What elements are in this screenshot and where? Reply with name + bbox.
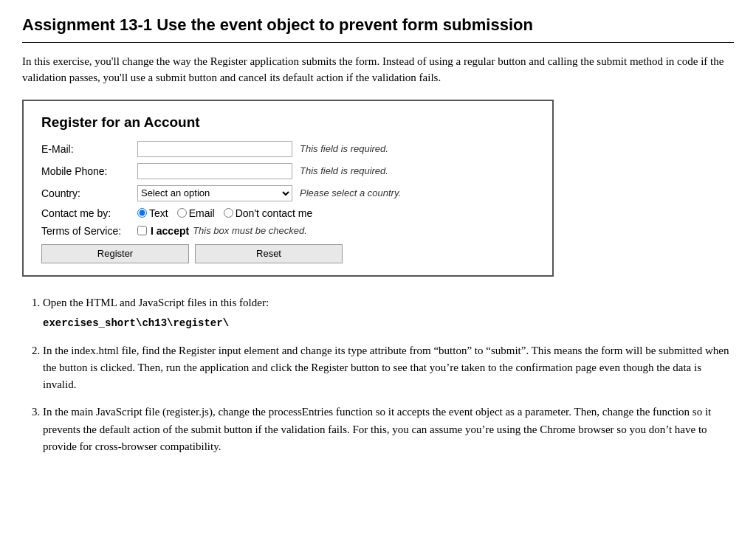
instructions-section: Open the HTML and JavaScript files in th…: [22, 294, 734, 455]
contact-email-label[interactable]: Email: [177, 207, 215, 219]
step1-text: Open the HTML and JavaScript files in th…: [43, 297, 269, 308]
tos-accept-text: I accept: [151, 225, 189, 237]
header-divider: [22, 42, 734, 43]
country-message: Please select a country.: [300, 187, 401, 198]
form-preview: Register for an Account E-Mail: This fie…: [22, 100, 554, 277]
intro-paragraph: In this exercise, you'll change the way …: [22, 53, 734, 86]
contact-text-radio[interactable]: [137, 208, 147, 218]
step-1: Open the HTML and JavaScript files in th…: [43, 294, 734, 332]
tos-message: This box must be checked.: [193, 225, 307, 236]
contact-none-text: Don't contact me: [236, 207, 313, 219]
phone-row: Mobile Phone: This field is required.: [41, 163, 535, 179]
phone-message: This field is required.: [300, 165, 388, 176]
step1-code: exercises_short\ch13\register\: [43, 316, 734, 332]
email-input[interactable]: [137, 141, 292, 157]
step2-text: In the index.html file, find the Registe…: [43, 345, 729, 391]
phone-label: Mobile Phone:: [41, 165, 137, 177]
contact-row: Contact me by: Text Email Don't contact …: [41, 207, 535, 219]
reset-button[interactable]: Reset: [195, 244, 343, 263]
contact-none-radio[interactable]: [224, 208, 233, 218]
contact-email-radio[interactable]: [177, 208, 187, 218]
contact-text-label[interactable]: Text: [137, 207, 168, 219]
form-title: Register for an Account: [41, 114, 535, 131]
register-button[interactable]: Register: [41, 244, 189, 263]
contact-email-text: Email: [189, 207, 215, 219]
tos-checkbox[interactable]: [137, 226, 147, 235]
country-label: Country:: [41, 187, 137, 199]
tos-label: Terms of Service:: [41, 225, 137, 237]
form-button-row: Register Reset: [41, 244, 535, 263]
step-2: In the index.html file, find the Registe…: [43, 342, 734, 394]
contact-label: Contact me by:: [41, 207, 137, 219]
email-row: E-Mail: This field is required.: [41, 141, 535, 157]
country-row: Country: Select an option Please select …: [41, 185, 535, 201]
email-message: This field is required.: [300, 143, 388, 154]
page-title: Assignment 13-1 Use the event object to …: [22, 15, 734, 36]
contact-none-label[interactable]: Don't contact me: [224, 207, 313, 219]
contact-radio-group: Text Email Don't contact me: [137, 207, 312, 219]
step-3: In the main JavaScript file (register.js…: [43, 404, 734, 455]
tos-checkbox-group: I accept This box must be checked.: [137, 225, 307, 237]
contact-text-text: Text: [149, 207, 168, 219]
phone-input[interactable]: [137, 163, 292, 179]
country-select[interactable]: Select an option: [137, 185, 292, 201]
email-label: E-Mail:: [41, 143, 137, 155]
step3-text: In the main JavaScript file (register.js…: [43, 406, 711, 452]
tos-row: Terms of Service: I accept This box must…: [41, 225, 535, 237]
